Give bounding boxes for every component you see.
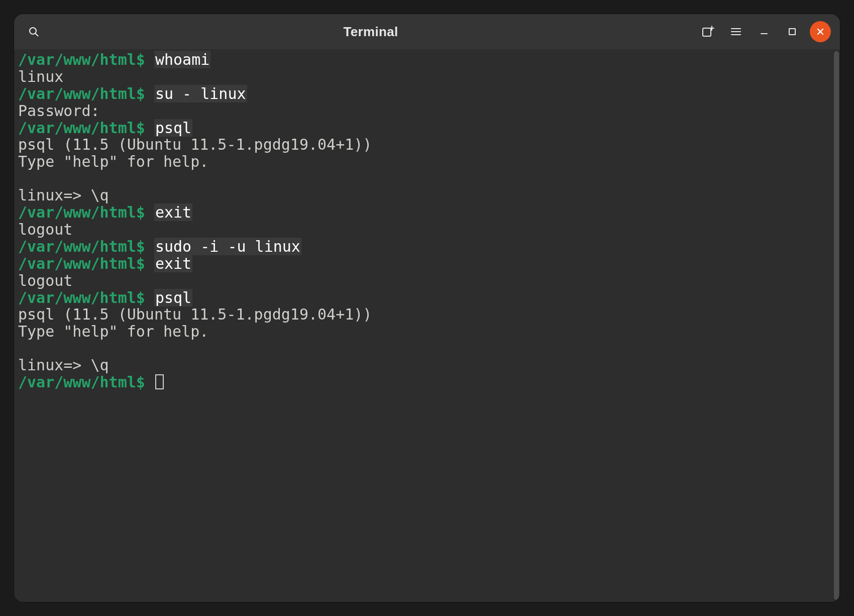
terminal-window: Terminal [14, 14, 840, 602]
prompt-sigil: $ [136, 289, 145, 306]
search-icon[interactable] [23, 21, 44, 42]
close-button[interactable] [810, 21, 831, 42]
maximize-button[interactable] [782, 21, 803, 42]
prompt-sigil: $ [136, 119, 145, 137]
terminal-line [18, 170, 829, 187]
command-text: exit [154, 255, 192, 272]
prompt-sigil: $ [136, 203, 145, 221]
cursor [155, 374, 164, 389]
terminal-line: linux [18, 68, 829, 85]
terminal-line: psql (11.5 (Ubuntu 11.5-1.pgdg19.04+1)) [18, 136, 829, 153]
terminal-line: Type "help" for help. [18, 153, 829, 170]
terminal-line: /var/www/html$ su - linux [18, 85, 829, 102]
output-text: linux=> \q [18, 356, 109, 374]
terminal-line: Password: [18, 102, 829, 120]
prompt-sigil: $ [136, 373, 145, 391]
window-title: Terminal [344, 24, 398, 40]
output-text: Type "help" for help. [18, 323, 208, 340]
terminal-line: logout [18, 272, 829, 289]
terminal-line: psql (11.5 (Ubuntu 11.5-1.pgdg19.04+1)) [18, 306, 829, 323]
command-text: whoami [154, 51, 210, 68]
scrollbar[interactable] [833, 49, 840, 602]
output-text: psql (11.5 (Ubuntu 11.5-1.pgdg19.04+1)) [18, 136, 372, 153]
new-tab-icon[interactable] [697, 21, 718, 42]
prompt-path: /var/www/html [18, 255, 136, 272]
prompt-sigil: $ [136, 255, 145, 272]
output-text: linux [18, 68, 63, 85]
svg-rect-2 [703, 28, 711, 36]
minimize-button[interactable] [754, 21, 775, 42]
terminal-line: /var/www/html$ whoami [18, 51, 829, 68]
terminal-line: /var/www/html$ [18, 374, 829, 391]
output-text: logout [18, 272, 72, 289]
svg-line-1 [35, 33, 38, 36]
terminal-line: logout [18, 221, 829, 238]
prompt-sigil: $ [136, 51, 145, 68]
titlebar: Terminal [14, 14, 840, 49]
terminal-line: /var/www/html$ psql [18, 289, 829, 306]
command-text: psql [154, 119, 192, 137]
prompt-sigil: $ [136, 85, 145, 102]
terminal-line: /var/www/html$ exit [18, 255, 829, 272]
command-text: sudo -i -u linux [154, 238, 301, 255]
terminal-output[interactable]: /var/www/html$ whoamilinux/var/www/html$… [14, 49, 833, 602]
hamburger-icon[interactable] [725, 21, 746, 42]
terminal-line: /var/www/html$ sudo -i -u linux [18, 238, 829, 255]
output-text: logout [18, 221, 72, 238]
terminal-line: /var/www/html$ exit [18, 204, 829, 221]
terminal-line [18, 340, 829, 357]
prompt-path: /var/www/html [18, 51, 136, 68]
prompt-path: /var/www/html [18, 238, 136, 255]
output-text: psql (11.5 (Ubuntu 11.5-1.pgdg19.04+1)) [18, 305, 372, 323]
output-text: linux=> \q [18, 186, 109, 204]
prompt-path: /var/www/html [18, 85, 136, 102]
command-text: exit [154, 203, 192, 221]
terminal-line: Type "help" for help. [18, 323, 829, 340]
prompt-path: /var/www/html [18, 119, 136, 137]
command-text: psql [154, 289, 192, 306]
output-text: Password: [18, 102, 100, 120]
prompt-path: /var/www/html [18, 203, 136, 221]
prompt-path: /var/www/html [18, 289, 136, 306]
prompt-path: /var/www/html [18, 373, 136, 391]
output-text: Type "help" for help. [18, 153, 208, 170]
terminal-line: /var/www/html$ psql [18, 120, 829, 137]
scrollbar-thumb[interactable] [834, 51, 839, 600]
terminal-line: linux=> \q [18, 187, 829, 204]
svg-rect-9 [789, 29, 795, 35]
terminal-line: linux=> \q [18, 357, 829, 374]
command-text: su - linux [154, 85, 247, 102]
prompt-sigil: $ [136, 238, 145, 255]
